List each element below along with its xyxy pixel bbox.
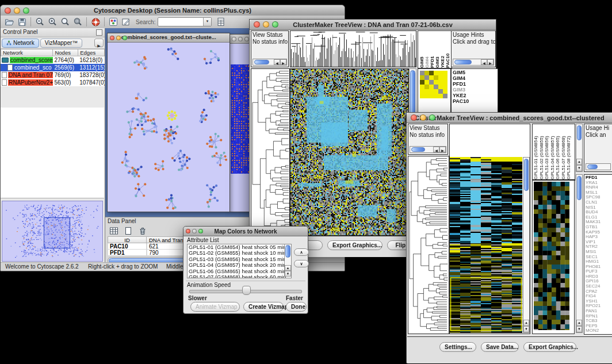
matrix-cell[interactable] <box>424 80 429 85</box>
dialog-titlebar[interactable]: Map Colors to Network <box>183 227 308 236</box>
matrix-cell[interactable] <box>443 85 447 89</box>
network-table-row[interactable]: combined_sco2569(6)13112(15) <box>1 64 105 71</box>
scrollbar-thumb[interactable] <box>454 60 472 64</box>
network-view-window[interactable]: combined_scores_good.txt--cluste... <box>107 33 230 212</box>
tabs-overflow-button[interactable] <box>94 39 104 47</box>
matrix-cell[interactable] <box>443 75 447 80</box>
column-label[interactable]: YKE2 <box>440 31 445 68</box>
gene-label[interactable]: GIM4 <box>453 75 498 81</box>
matrix-cell[interactable] <box>424 75 429 80</box>
matrix-cell[interactable] <box>424 85 429 89</box>
gene-label[interactable]: GIM5 <box>453 70 498 75</box>
move-up-button[interactable]: ∧ <box>294 248 309 256</box>
scroll-left-icon[interactable] <box>274 59 280 65</box>
save-session-icon[interactable] <box>16 17 28 27</box>
scrollbar-thumb[interactable] <box>254 60 269 64</box>
help-lifering-icon[interactable] <box>90 17 101 27</box>
matrix-cell[interactable] <box>438 94 443 98</box>
tab-network[interactable]: Network <box>2 39 39 48</box>
settings-button[interactable]: Settings... <box>439 342 476 352</box>
zoom-out-icon[interactable] <box>34 17 45 27</box>
search-dropdown-icon[interactable] <box>203 18 211 26</box>
scroll-right-icon[interactable] <box>280 59 286 65</box>
matrix-cell[interactable] <box>434 80 438 85</box>
matrix-cell[interactable] <box>443 89 447 94</box>
treeview2-heatmap[interactable] <box>450 157 522 333</box>
attribute-list-vscrollbar[interactable] <box>284 244 291 277</box>
treeview2-heatmap-vscrollbar[interactable] <box>523 157 530 333</box>
network-table-row[interactable]: DNA and Tran 07769(0)183728(0) <box>1 71 105 79</box>
animate-vizmap-button[interactable]: Animate Vizmap <box>190 302 240 312</box>
matrix-cell[interactable] <box>420 80 424 85</box>
treeview1-column-dendrogram[interactable] <box>290 30 416 67</box>
close-button[interactable] <box>232 37 236 41</box>
matrix-cell[interactable] <box>420 75 424 80</box>
matrix-cell[interactable] <box>434 94 438 98</box>
matrix-cell[interactable] <box>429 94 434 98</box>
annotation-icon[interactable] <box>120 17 132 27</box>
usage-hints-hscrollbar[interactable] <box>586 163 611 170</box>
attribute-list-item[interactable]: GPL51-07 (GSM868) heat shock 60 min <box>188 274 284 278</box>
scrollbar-thumb[interactable] <box>577 125 582 140</box>
matrix-cell[interactable] <box>424 94 429 98</box>
network-overview-panel[interactable] <box>2 201 103 262</box>
zoom-in-icon[interactable] <box>47 17 58 27</box>
scrollbar-thumb[interactable] <box>285 245 290 258</box>
zoom-fit-icon[interactable] <box>72 17 83 27</box>
matrix-cell[interactable] <box>434 89 438 94</box>
matrix-cell[interactable] <box>429 75 434 80</box>
float-panel-icon[interactable] <box>96 29 102 36</box>
array-column-label[interactable]: GPL51-07 (GSM868) <box>561 124 567 179</box>
treeview2-genes-vscrollbar[interactable] <box>576 174 583 333</box>
close-button[interactable] <box>5 7 11 14</box>
move-down-button[interactable]: ∨ <box>294 260 309 267</box>
array-column-label[interactable]: GPL51-01 (GSM854) <box>533 124 539 179</box>
network-table-row[interactable]: combined_scores2764(0)16218(0) <box>1 56 105 64</box>
treeview2-row-dendrogram[interactable] <box>408 156 447 332</box>
treeview2-labels-vscrollbar[interactable] <box>576 124 583 172</box>
column-label[interactable]: PAC10 <box>445 31 450 68</box>
search-input[interactable] <box>158 17 212 26</box>
zoom-button[interactable] <box>23 7 29 14</box>
create-vizmap-button[interactable]: Create Vizmap <box>243 302 284 312</box>
col-header-nodes[interactable]: Nodes <box>53 49 78 56</box>
col-header-edges[interactable]: Edges <box>78 49 105 56</box>
matrix-cell[interactable] <box>420 89 424 94</box>
zoom-button[interactable] <box>123 36 127 40</box>
attribute-list[interactable]: GPL51-01 (GSM854) heat shock 05 minGPL51… <box>187 244 292 278</box>
close-button[interactable] <box>254 21 260 28</box>
scrollbar-thumb[interactable] <box>524 159 529 191</box>
dense-network-grid-canvas[interactable] <box>231 64 251 174</box>
treeview2-titlebar[interactable]: ClusterMaker TreeView : combined_scores_… <box>407 113 612 123</box>
array-column-label[interactable]: GPL51-03 (GSM856) <box>544 124 550 179</box>
minimize-button[interactable] <box>116 36 121 40</box>
zoom-button[interactable] <box>272 21 278 28</box>
zoom-button[interactable] <box>244 37 249 41</box>
scroll-up-icon[interactable] <box>523 320 529 326</box>
matrix-cell[interactable] <box>424 71 429 75</box>
array-column-label[interactable]: GPL51-06 (GSM865) <box>555 124 561 179</box>
matrix-cell[interactable] <box>438 75 443 80</box>
matrix-cell[interactable] <box>438 89 443 94</box>
done-button[interactable]: Done <box>286 302 307 312</box>
scroll-up-icon[interactable] <box>576 159 582 165</box>
treeview2-zoom-heatmap[interactable] <box>534 182 569 330</box>
array-column-label[interactable]: GPL51-02 (GSM855) <box>539 124 545 179</box>
overview-viewport-rect[interactable] <box>44 217 70 248</box>
save-data-button[interactable]: Save Data... <box>481 342 519 352</box>
export-graphics-button[interactable]: Export Graphics... <box>523 342 576 352</box>
usage-hints-hscrollbar[interactable] <box>453 59 494 66</box>
column-label[interactable]: GIM3 <box>435 31 440 68</box>
gene-label[interactable]: GIM3 <box>453 87 498 93</box>
scrollbar-thumb[interactable] <box>587 164 598 169</box>
view-status-hscrollbar[interactable] <box>410 146 446 153</box>
scroll-right-icon[interactable] <box>487 59 494 65</box>
zoom-heatmap-matrix[interactable] <box>420 71 447 98</box>
column-label[interactable]: GIM4 <box>424 31 430 68</box>
treeview1-row-dendrogram[interactable] <box>251 68 290 236</box>
scroll-up-icon[interactable] <box>285 265 291 271</box>
network-view-titlebar[interactable]: combined_scores_good.txt--cluste... <box>108 33 230 43</box>
matrix-cell[interactable] <box>438 80 443 85</box>
scroll-down-icon[interactable] <box>576 165 582 171</box>
scrollbar-thumb[interactable] <box>577 176 582 200</box>
